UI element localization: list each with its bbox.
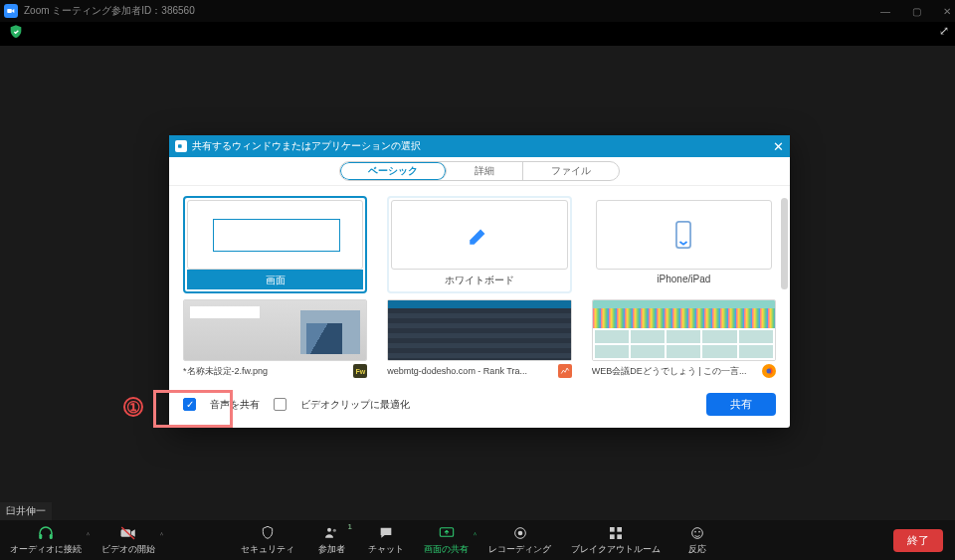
participants-icon: [322, 524, 340, 542]
svg-point-12: [517, 531, 522, 536]
svg-rect-5: [50, 534, 53, 539]
toolbar-video-label: ビデオの開始: [101, 543, 155, 556]
reactions-icon: [689, 524, 705, 542]
firefox-app-icon: [762, 364, 776, 378]
svg-rect-14: [617, 527, 622, 532]
toolbar-chat[interactable]: チャット: [358, 524, 414, 556]
share-audio-checkbox[interactable]: ✓: [183, 398, 196, 411]
svg-rect-0: [7, 9, 12, 13]
video-off-icon: [119, 524, 137, 542]
tile-caption-screen: 画面: [187, 270, 363, 289]
svg-rect-13: [610, 527, 615, 532]
tiles-scrollbar[interactable]: [781, 198, 788, 289]
toolbar-participants-label: 参加者: [318, 543, 345, 556]
toolbar-chat-label: チャット: [368, 543, 404, 556]
share-tile-app2[interactable]: webmtg-dodesho.com - Rank Tra...: [387, 299, 571, 381]
dialog-header: 共有するウィンドウまたはアプリケーションの選択 ✕: [169, 135, 790, 157]
share-caret-icon[interactable]: ＾: [472, 530, 478, 540]
tile-caption-iphone: iPhone/iPad: [596, 270, 772, 286]
tile-caption-whiteboard: ホワイトボード: [391, 270, 567, 289]
zoom-app-icon: [4, 4, 18, 18]
toolbar-video[interactable]: ビデオの開始 ＾: [92, 524, 165, 556]
shield-icon: [260, 524, 276, 542]
record-icon: [512, 524, 528, 542]
annotation-number-1: ①: [123, 397, 143, 417]
participant-name-label: 臼井伸一: [0, 502, 52, 520]
tile-caption-app3: WEB会議DEどうでしょう | この一言...: [592, 365, 758, 378]
svg-rect-1: [178, 144, 182, 147]
toolbar-security-label: セキュリティ: [241, 543, 294, 556]
toolbar-breakout[interactable]: ブレイクアウトルーム: [561, 524, 670, 556]
toolbar-record[interactable]: レコーディング: [478, 524, 561, 556]
meeting-toolbar: オーディオに接続 ＾ ビデオの開始 ＾ セキュリティ 1 参加者 チャット: [0, 520, 955, 560]
fireworks-app-icon: Fw: [353, 364, 367, 378]
svg-rect-4: [39, 534, 42, 539]
whiteboard-icon: [391, 200, 567, 270]
toolbar-reactions[interactable]: 反応: [670, 524, 724, 556]
share-button[interactable]: 共有: [706, 393, 776, 416]
maximize-icon[interactable]: ▢: [912, 6, 921, 17]
end-meeting-button[interactable]: 終了: [893, 529, 943, 552]
tab-file[interactable]: ファイル: [523, 162, 619, 180]
screen-thumb-icon: [187, 200, 363, 270]
iphone-icon: [596, 200, 772, 270]
svg-rect-15: [610, 534, 615, 539]
tab-advanced[interactable]: 詳細: [447, 162, 523, 180]
share-tile-whiteboard[interactable]: ホワイトボード: [387, 196, 571, 293]
share-tile-screen[interactable]: 画面: [183, 196, 367, 293]
share-dialog-icon: [175, 140, 187, 152]
svg-rect-16: [617, 534, 622, 539]
share-screen-dialog: 共有するウィンドウまたはアプリケーションの選択 ✕ ベーシック 詳細 ファイル …: [169, 135, 790, 428]
ranktracker-app-icon: [558, 364, 572, 378]
close-window-icon[interactable]: ✕: [943, 6, 951, 17]
toolbar-security[interactable]: セキュリティ: [231, 524, 304, 556]
toolbar-reactions-label: 反応: [688, 543, 706, 556]
chat-icon: [378, 524, 394, 542]
svg-point-18: [694, 531, 696, 533]
toolbar-audio[interactable]: オーディオに接続 ＾: [0, 524, 92, 556]
svg-point-8: [327, 528, 331, 532]
titlebar: Zoom ミーティング参加者ID：386560 — ▢ ✕: [0, 0, 955, 22]
optimize-video-checkbox[interactable]: [274, 398, 286, 411]
audio-caret-icon[interactable]: ＾: [85, 530, 92, 540]
fullscreen-icon[interactable]: ⤢: [939, 24, 949, 38]
share-tile-app1[interactable]: *名称未設定-2.fw.pngFw: [183, 299, 367, 381]
toolbar-share-screen[interactable]: 画面の共有 ＾: [414, 524, 478, 556]
tile-caption-app1: *名称未設定-2.fw.png: [183, 365, 349, 378]
tab-basic[interactable]: ベーシック: [340, 162, 447, 180]
headphones-icon: [37, 524, 55, 542]
dialog-close-icon[interactable]: ✕: [773, 139, 784, 154]
optimize-video-label: ビデオクリップに最適化: [300, 398, 410, 412]
toolbar-record-label: レコーディング: [488, 543, 551, 556]
minimize-icon[interactable]: —: [880, 6, 890, 17]
dialog-title: 共有するウィンドウまたはアプリケーションの選択: [192, 139, 421, 153]
breakout-rooms-icon: [608, 524, 624, 542]
svg-point-9: [333, 529, 336, 532]
encryption-shield-icon[interactable]: [8, 24, 24, 42]
window-title: Zoom ミーティング参加者ID：386560: [24, 4, 195, 18]
tile-caption-app2: webmtg-dodesho.com - Rank Tra...: [387, 366, 553, 376]
share-tile-iphone[interactable]: iPhone/iPad: [592, 196, 776, 290]
toolbar-audio-label: オーディオに接続: [10, 543, 82, 556]
video-caret-icon[interactable]: ＾: [158, 530, 165, 540]
share-audio-label: 音声を共有: [210, 398, 260, 412]
participants-count: 1: [348, 522, 352, 531]
svg-point-19: [698, 531, 700, 533]
toolbar-breakout-label: ブレイクアウトルーム: [571, 543, 661, 556]
share-tile-app3[interactable]: WEB会議DEどうでしょう | この一言...: [592, 299, 776, 381]
share-tabs: ベーシック 詳細 ファイル: [169, 157, 790, 186]
share-screen-icon: [438, 524, 456, 542]
toolbar-participants[interactable]: 1 参加者: [304, 524, 358, 556]
toolbar-share-label: 画面の共有: [424, 543, 469, 556]
